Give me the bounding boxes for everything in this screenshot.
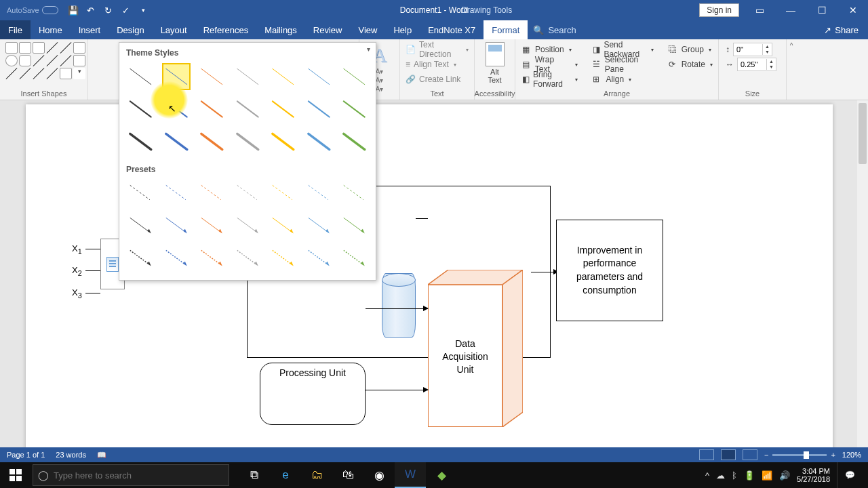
group-button[interactable]: ⿻Group▾ — [667, 42, 713, 57]
theme-style-swatch[interactable] — [269, 96, 298, 123]
arrow-connector[interactable] — [366, 308, 428, 309]
preset-style-swatch[interactable] — [269, 180, 298, 207]
save-icon[interactable]: 💾 — [68, 5, 79, 16]
qat-more-icon[interactable]: ▾ — [138, 7, 149, 14]
preset-style-swatch[interactable] — [304, 245, 334, 272]
collapse-ribbon-icon[interactable]: ^ — [787, 39, 796, 100]
preset-style-swatch[interactable] — [126, 212, 155, 239]
theme-style-swatch[interactable] — [162, 128, 191, 155]
redo-icon[interactable]: ↻ — [103, 5, 114, 16]
taskbar-search-input[interactable] — [54, 470, 229, 481]
preset-style-swatch[interactable] — [233, 212, 262, 239]
page-count[interactable]: Page 1 of 1 — [7, 451, 45, 459]
theme-style-swatch[interactable] — [162, 96, 191, 123]
spellcheck-icon[interactable]: ✓ — [121, 5, 132, 16]
theme-style-swatch[interactable] — [269, 128, 298, 155]
text-direction-button[interactable]: 📄Text Direction▾ — [406, 42, 469, 57]
theme-style-swatch[interactable] — [197, 128, 226, 155]
create-link-button[interactable]: 🔗Create Link — [406, 72, 469, 87]
preset-style-swatch[interactable] — [126, 180, 155, 207]
preset-style-swatch[interactable] — [197, 180, 226, 207]
output-rect-shape[interactable]: Improvement in performance parameters an… — [556, 220, 663, 321]
theme-style-swatch[interactable] — [197, 63, 226, 90]
print-layout-button[interactable] — [721, 449, 736, 460]
theme-style-swatch[interactable] — [126, 63, 155, 90]
tab-mailings[interactable]: Mailings — [256, 20, 305, 39]
preset-style-swatch[interactable] — [304, 212, 334, 239]
ribbon-options-icon[interactable]: ▭ — [745, 0, 774, 20]
text-effects-icon[interactable]: A▾ — [376, 85, 384, 93]
zoom-level[interactable]: 120% — [842, 451, 861, 459]
zoom-slider[interactable]: − + — [764, 451, 835, 459]
preset-style-swatch[interactable] — [269, 212, 298, 239]
theme-style-swatch[interactable] — [233, 63, 262, 90]
preset-style-swatch[interactable] — [340, 245, 369, 272]
web-layout-button[interactable] — [743, 449, 757, 460]
tab-insert[interactable]: Insert — [71, 20, 109, 39]
tab-layout[interactable]: Layout — [153, 20, 195, 39]
cylinder-shape[interactable] — [382, 273, 416, 338]
tab-references[interactable]: References — [195, 20, 256, 39]
theme-style-swatch[interactable] — [233, 128, 262, 155]
theme-style-swatch[interactable] — [304, 63, 334, 90]
align-button[interactable]: ⊞Align▾ — [591, 72, 653, 87]
connector[interactable] — [85, 270, 100, 271]
volume-icon[interactable]: 🔊 — [779, 470, 790, 481]
arrow-connector[interactable] — [531, 272, 558, 272]
autosave-toggle[interactable]: AutoSave — [7, 6, 58, 14]
clock[interactable]: 3:04 PM5/27/2018 — [797, 467, 830, 483]
connector[interactable] — [85, 249, 100, 249]
theme-style-swatch[interactable] — [340, 96, 369, 123]
start-button[interactable] — [0, 462, 31, 488]
cube-shape[interactable]: DataAcquisitionUnit — [428, 270, 523, 428]
rotate-button[interactable]: ⟳Rotate▾ — [667, 57, 713, 72]
taskbar-search[interactable]: ◯ — [33, 464, 229, 486]
tell-me-search[interactable]: 🔍 Search — [533, 20, 576, 39]
task-view-icon[interactable]: ⧉ — [239, 462, 270, 488]
preset-style-swatch[interactable] — [162, 212, 191, 239]
tab-endnote[interactable]: EndNote X7 — [420, 20, 484, 39]
wifi-icon[interactable]: 📶 — [762, 470, 772, 481]
connector[interactable] — [85, 293, 100, 293]
bring-forward-button[interactable]: ◧Bring Forward▾ — [521, 72, 578, 87]
preset-style-swatch[interactable] — [126, 245, 155, 272]
preset-style-swatch[interactable] — [162, 180, 191, 207]
theme-style-swatch[interactable] — [269, 63, 298, 90]
zoom-out-icon[interactable]: − — [764, 451, 768, 459]
theme-style-swatch[interactable] — [233, 96, 262, 123]
theme-style-swatch[interactable] — [340, 63, 369, 90]
edge-icon[interactable]: e — [270, 462, 301, 488]
battery-icon[interactable]: 🔋 — [744, 470, 755, 481]
share-button[interactable]: ↗ Share — [814, 20, 868, 39]
store-icon[interactable]: 🛍 — [332, 462, 363, 488]
minimize-button[interactable]: — — [776, 0, 806, 20]
selection-pane-button[interactable]: ☱Selection Pane — [591, 57, 653, 72]
preset-style-swatch[interactable] — [269, 245, 298, 272]
tray-chevron-icon[interactable]: ^ — [705, 470, 709, 481]
preset-style-swatch[interactable] — [197, 245, 226, 272]
gallery-dropdown-icon[interactable]: ▾ — [363, 45, 373, 55]
alt-text-button[interactable] — [486, 42, 505, 66]
align-text-button[interactable]: ≡Align Text▾ — [406, 57, 469, 72]
tab-help[interactable]: Help — [385, 20, 420, 39]
preset-style-swatch[interactable] — [233, 245, 262, 272]
preset-style-swatch[interactable] — [197, 212, 226, 239]
word-icon[interactable]: W — [395, 462, 426, 488]
tab-view[interactable]: View — [350, 20, 385, 39]
maximize-button[interactable]: ☐ — [807, 0, 837, 20]
tab-design[interactable]: Design — [108, 20, 152, 39]
theme-style-swatch[interactable] — [340, 128, 369, 155]
text-outline-icon[interactable]: A▾ — [376, 77, 384, 84]
theme-style-swatch[interactable] — [162, 63, 191, 90]
preset-style-swatch[interactable] — [340, 212, 369, 239]
read-mode-button[interactable] — [699, 449, 714, 460]
word-count[interactable]: 23 words — [56, 451, 86, 459]
vertical-scrollbar[interactable] — [857, 100, 868, 462]
onedrive-icon[interactable]: ☁ — [716, 470, 725, 481]
theme-style-swatch[interactable] — [126, 96, 155, 123]
preset-style-swatch[interactable] — [340, 180, 369, 207]
theme-style-swatch[interactable] — [304, 96, 334, 123]
height-input[interactable]: ▲▼ — [733, 43, 772, 56]
text-fill-icon[interactable]: A▾ — [376, 68, 384, 75]
tab-file[interactable]: File — [0, 20, 31, 39]
